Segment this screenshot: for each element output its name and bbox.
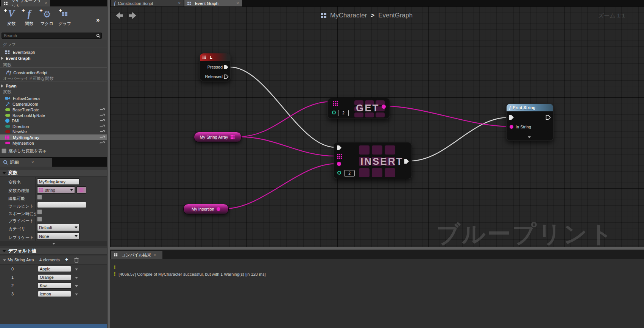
- array-input-pin[interactable]: [333, 101, 338, 106]
- element-value-input[interactable]: [38, 274, 71, 280]
- panel-splitter-vertical[interactable]: [107, 0, 110, 328]
- search-input[interactable]: [2, 33, 102, 39]
- close-icon[interactable]: ×: [45, 1, 47, 5]
- trash-icon[interactable]: [74, 258, 79, 262]
- category-dropdown[interactable]: Default: [37, 224, 80, 231]
- in-string-input-pin[interactable]: [510, 125, 513, 129]
- chevron-down-icon[interactable]: [75, 294, 78, 295]
- exec-pin-pressed[interactable]: [224, 65, 229, 70]
- tab-compiler-results[interactable]: コンパイル結果 ×: [111, 251, 162, 259]
- index-value-box[interactable]: 2: [344, 170, 355, 176]
- show-inherited-row: 継承した変数を表示: [0, 148, 107, 154]
- new-item-input-pin[interactable]: [337, 162, 341, 166]
- array-output-pin[interactable]: [231, 135, 235, 139]
- add-graph-button[interactable]: + グラフ: [56, 8, 73, 27]
- panel-splitter-horizontal[interactable]: [110, 247, 644, 250]
- array-input-pin[interactable]: [337, 154, 342, 159]
- add-element-icon[interactable]: +: [65, 256, 68, 262]
- node-key-event-l[interactable]: L Pressed Released: [200, 53, 231, 81]
- horizontal-scrollbar[interactable]: [0, 324, 107, 328]
- back-arrow-icon[interactable]: [116, 12, 123, 19]
- variable-row-newvar[interactable]: NewVar: [0, 129, 107, 134]
- tab-my-blueprint[interactable]: マイブループリント ×: [1, 0, 50, 6]
- close-icon[interactable]: ×: [178, 1, 181, 5]
- tree-item-constructionscript[interactable]: ↱f ConstructionScript: [0, 70, 107, 75]
- exec-pin-released[interactable]: [224, 74, 229, 79]
- add-function-button[interactable]: f + 関数: [21, 8, 37, 27]
- expander-icon[interactable]: [1, 84, 3, 87]
- index-input-pin[interactable]: [337, 171, 341, 175]
- closed-eye-icon[interactable]: [100, 114, 105, 117]
- variable-row-dmi[interactable]: DMI: [0, 118, 107, 123]
- index-input-pin[interactable]: [332, 111, 336, 114]
- exec-output-pin[interactable]: [404, 159, 409, 164]
- variable-row-baseturnrate[interactable]: BaseTurnRate: [0, 107, 107, 112]
- node-array-insert[interactable]: 2 INSERT: [334, 142, 412, 179]
- toolbar-overflow-button[interactable]: »: [96, 16, 100, 24]
- expand-node-icon[interactable]: [528, 136, 531, 138]
- chevron-down-icon[interactable]: [75, 285, 78, 287]
- compiler-message-row[interactable]: ! [4066.57] Compile of MyCharacter succe…: [114, 271, 266, 277]
- closed-eye-icon[interactable]: [100, 130, 105, 133]
- add-variable-button[interactable]: V + 変数: [3, 8, 20, 27]
- variable-row-mystringarray-selected[interactable]: MyStringArray: [0, 134, 107, 140]
- closed-eye-icon[interactable]: [100, 141, 105, 145]
- variable-row-direction[interactable]: Direction: [0, 123, 107, 129]
- expander-icon[interactable]: [1, 57, 3, 60]
- column-divider[interactable]: [35, 177, 36, 242]
- array-type-toggle-button[interactable]: [76, 186, 86, 194]
- variable-type-dropdown[interactable]: string: [37, 186, 75, 194]
- forward-arrow-icon[interactable]: [129, 12, 136, 19]
- node-my-insertion[interactable]: My Insertion: [183, 204, 229, 214]
- tree-group-event-graph[interactable]: Event Graph: [0, 55, 107, 61]
- tree-item-eventgraph[interactable]: EventGraph: [0, 49, 107, 55]
- exec-input-pin[interactable]: [509, 115, 514, 120]
- show-inherited-checkbox[interactable]: [2, 148, 6, 153]
- node-array-get[interactable]: GET 2: [327, 98, 390, 119]
- variable-row-cameraboom[interactable]: CameraBoom: [0, 101, 107, 107]
- variable-name-input[interactable]: [37, 178, 80, 185]
- tree-group-pawn[interactable]: Pawn: [0, 83, 107, 89]
- close-icon[interactable]: ×: [31, 160, 34, 164]
- editable-label: 編集可能: [8, 196, 25, 201]
- tab-construction-script[interactable]: f Construction Script ×: [111, 0, 184, 6]
- expander-icon[interactable]: [3, 259, 6, 261]
- replication-dropdown[interactable]: None: [37, 233, 80, 240]
- details-section-defaults[interactable]: デフォルト値: [0, 248, 107, 255]
- closed-eye-icon[interactable]: [100, 108, 105, 111]
- exec-output-pin[interactable]: [546, 115, 551, 120]
- chevron-down-icon[interactable]: [75, 269, 78, 270]
- closed-eye-icon[interactable]: [100, 136, 105, 139]
- chevron-down-icon: [75, 235, 78, 237]
- expose-on-spawn-checkbox[interactable]: [37, 209, 42, 214]
- closed-eye-icon[interactable]: [100, 119, 105, 122]
- index-value-box[interactable]: 2: [338, 110, 349, 116]
- details-section-variable[interactable]: 変数: [0, 170, 107, 176]
- element-value-input[interactable]: [38, 291, 71, 297]
- node-print-string[interactable]: f Print String In String: [506, 103, 554, 141]
- node-my-string-array[interactable]: My String Array: [194, 132, 242, 142]
- variable-row-followcamera[interactable]: FollowCamera: [0, 95, 107, 101]
- variable-row-myinsertion[interactable]: MyInsertion: [0, 140, 107, 146]
- breadcrumb-root[interactable]: MyCharacter: [330, 12, 367, 19]
- string-output-pin[interactable]: [217, 207, 220, 211]
- compiler-message-row[interactable]: !: [114, 264, 119, 270]
- result-output-pin[interactable]: [382, 105, 386, 109]
- advanced-expander[interactable]: [0, 241, 107, 246]
- function-icon: ↱f: [5, 70, 11, 76]
- chevron-down-icon[interactable]: [75, 277, 78, 279]
- close-icon[interactable]: ×: [237, 1, 239, 5]
- close-icon[interactable]: ×: [153, 253, 156, 257]
- tab-event-graph[interactable]: Event Graph ×: [184, 0, 242, 6]
- tooltip-input[interactable]: [37, 202, 86, 208]
- breadcrumb-current[interactable]: EventGraph: [378, 12, 413, 19]
- add-macro-button[interactable]: ⚙ + マクロ: [39, 8, 55, 27]
- closed-eye-icon[interactable]: [100, 125, 105, 128]
- tab-details[interactable]: i 詳細 ×: [0, 158, 52, 167]
- private-checkbox[interactable]: [37, 217, 42, 222]
- exec-input-pin[interactable]: [337, 145, 342, 150]
- editable-checkbox[interactable]: [37, 195, 42, 200]
- element-value-input[interactable]: [38, 283, 71, 289]
- element-value-input[interactable]: [38, 266, 71, 272]
- variable-row-baselookuprate[interactable]: BaseLookUpRate: [0, 112, 107, 118]
